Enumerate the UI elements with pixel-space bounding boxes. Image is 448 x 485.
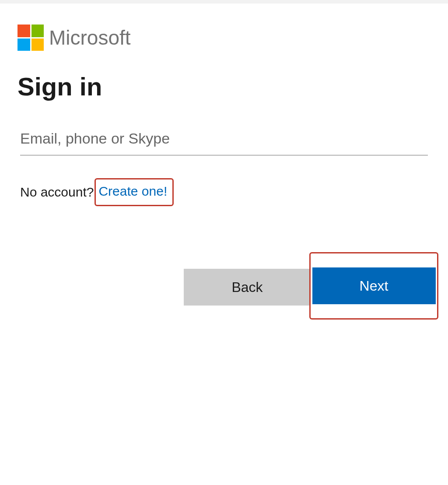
email-input-wrap [20, 126, 428, 155]
no-account-label: No account? [20, 185, 94, 200]
create-account-link[interactable]: Create one! [98, 184, 167, 198]
back-button[interactable]: Back [184, 269, 311, 306]
signin-card: Microsoft Sign in No account? Create one… [0, 4, 448, 206]
highlight-box-next: Next [309, 252, 438, 320]
brand-name: Microsoft [49, 26, 131, 49]
microsoft-logo-icon [18, 25, 44, 51]
email-field[interactable] [20, 126, 428, 155]
next-button[interactable]: Next [312, 267, 436, 304]
brand-row: Microsoft [18, 25, 430, 51]
top-bar [0, 0, 448, 4]
signup-prompt-row: No account? Create one! [20, 178, 430, 206]
highlight-box-create: Create one! [94, 178, 174, 206]
page-title: Sign in [18, 72, 430, 101]
